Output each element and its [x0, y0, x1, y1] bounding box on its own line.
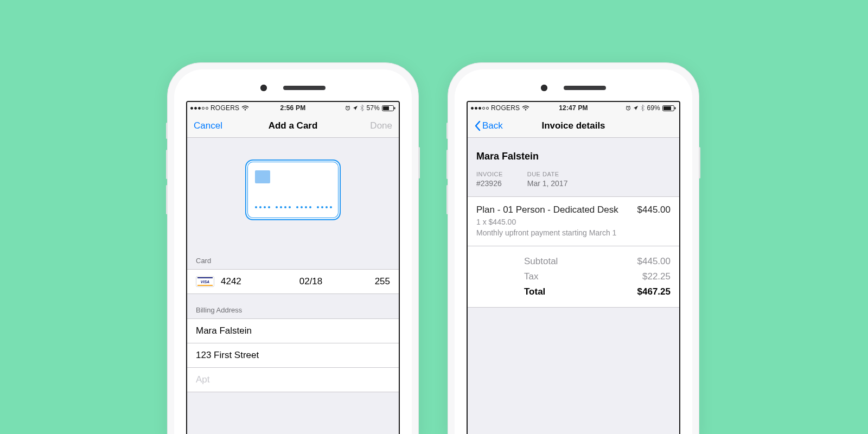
battery-icon: [662, 105, 676, 111]
carrier-label: ROGERS: [491, 104, 520, 112]
invoice-line-item: Plan - 01 Person - Dedicated Desk $445.0…: [468, 196, 679, 246]
wifi-icon: [241, 105, 249, 111]
total-label: Total: [524, 286, 595, 297]
phone-left: ROGERS 2:56 PM: [167, 62, 419, 434]
invoice-customer: Mara Falstein: [476, 151, 671, 162]
location-icon: [353, 105, 358, 111]
signal-dots-icon: [471, 107, 489, 110]
billing-street-input[interactable]: 123 First Street: [187, 343, 399, 368]
nav-bar: Cancel Add a Card Done: [187, 114, 399, 138]
tax-label: Tax: [524, 271, 595, 282]
card-chip-icon: [255, 170, 270, 183]
svg-rect-2: [383, 106, 389, 110]
billing-name-input[interactable]: Mara Falstein: [187, 318, 399, 343]
card-number-dots-icon: [255, 206, 331, 208]
total-value: $467.25: [616, 286, 671, 297]
svg-rect-3: [394, 107, 395, 109]
phone-top-hardware: [467, 85, 680, 101]
svg-rect-7: [675, 107, 676, 109]
status-time: 12:47 PM: [539, 104, 608, 112]
svg-rect-6: [663, 106, 671, 110]
card-cvc[interactable]: 255: [358, 276, 390, 287]
speaker-grille-icon: [283, 86, 326, 90]
phone-right: ROGERS 12:47 PM: [448, 62, 699, 434]
card-section-label: Card: [187, 245, 399, 269]
card-outline-icon: [245, 159, 341, 220]
card-preview: [187, 138, 399, 245]
status-bar: ROGERS 12:47 PM: [468, 102, 679, 114]
due-date-label: DUE DATE: [527, 171, 568, 177]
invoice-totals: Subtotal $445.00 Tax $22.25 Total $467.2…: [468, 246, 679, 308]
card-last4[interactable]: 4242: [221, 276, 264, 287]
subtotal-label: Subtotal: [524, 256, 595, 267]
speaker-grille-icon: [564, 86, 606, 90]
card-input-row[interactable]: VISA 4242 02/18 255: [187, 269, 399, 294]
carrier-label: ROGERS: [210, 104, 239, 112]
back-label: Back: [482, 120, 503, 131]
front-camera-icon: [541, 85, 547, 91]
battery-percent: 69%: [647, 104, 660, 112]
billing-section-label: Billing Address: [187, 294, 399, 318]
line-amount: $445.00: [637, 205, 671, 215]
visa-icon: VISA: [196, 276, 214, 287]
billing-apt-input[interactable]: Apt: [187, 368, 399, 392]
bluetooth-icon: [641, 105, 644, 111]
cancel-button[interactable]: Cancel: [194, 120, 222, 131]
invoice-number: #23926: [476, 179, 503, 188]
alarm-icon: [345, 105, 350, 111]
nav-bar: Back Invoice details: [468, 114, 679, 138]
done-button[interactable]: Done: [370, 120, 392, 131]
tax-value: $22.25: [616, 271, 671, 282]
bluetooth-icon: [360, 105, 364, 111]
status-time: 2:56 PM: [259, 104, 327, 112]
alarm-icon: [626, 105, 631, 111]
front-camera-icon: [260, 85, 267, 91]
battery-percent: 57%: [366, 104, 380, 112]
battery-icon: [382, 105, 395, 111]
status-bar: ROGERS 2:56 PM: [187, 102, 399, 114]
line-title: Plan - 01 Person - Dedicated Desk: [476, 205, 618, 215]
invoice-header: Mara Falstein INVOICE #23926 DUE DATE Ma…: [468, 138, 679, 196]
subtotal-value: $445.00: [616, 256, 671, 267]
chevron-left-icon: [474, 120, 481, 131]
invoice-number-label: INVOICE: [476, 171, 503, 177]
line-desc: Monthly upfront payment starting March 1: [476, 228, 671, 237]
back-button[interactable]: Back: [474, 120, 503, 131]
signal-dots-icon: [190, 107, 208, 110]
line-qty: 1 x $445.00: [476, 218, 671, 226]
wifi-icon: [522, 105, 529, 111]
phone-top-hardware: [186, 85, 400, 101]
due-date: Mar 1, 2017: [527, 179, 568, 188]
location-icon: [633, 105, 639, 111]
card-expiry[interactable]: 02/18: [271, 276, 351, 287]
